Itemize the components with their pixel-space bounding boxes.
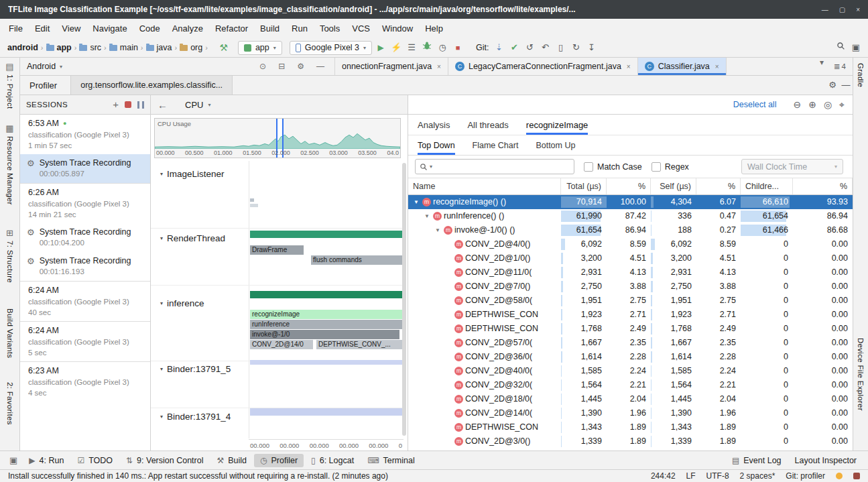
device-select[interactable]: Google Pixel 3 ▾	[290, 41, 372, 55]
menu-item[interactable]: View	[56, 23, 86, 34]
sidebar-item-device-file-explorer[interactable]: Device File Explorer	[853, 338, 868, 411]
column-total-pct[interactable]: %	[607, 178, 651, 194]
editor-tab[interactable]: C LegacyCameraConnectionFragment.java ×	[448, 58, 638, 75]
table-row[interactable]: m CONV_2D@3/0() 1,339 1.89 1,339 1.89 0 …	[408, 434, 853, 448]
profile-button[interactable]: ◷	[436, 41, 449, 54]
chevron-down-icon[interactable]: ▾	[160, 235, 163, 241]
table-row[interactable]: m CONV_2D@1/0() 3,200 4.51 3,200 4.51 0 …	[408, 251, 853, 265]
tab-options-icon[interactable]: ▾	[816, 58, 827, 75]
tool-window-profiler[interactable]: ◷Profiler	[254, 454, 304, 467]
tool-window-switcher-icon[interactable]: ▣	[5, 455, 21, 465]
status-message[interactable]: Install successfully finished in 140 ms.…	[8, 471, 388, 481]
git-rollback-button[interactable]: ↶	[539, 41, 552, 54]
chevron-down-icon[interactable]: ▾	[160, 414, 163, 420]
menu-item[interactable]: Edit	[29, 23, 56, 34]
table-row[interactable]: ▼ m invoke@-1/0() () 61,654 86.94 188 0.…	[408, 223, 853, 237]
table-row[interactable]: m CONV_2D@18/0( 1,445 2.04 1,445 2.04 0 …	[408, 392, 853, 406]
run-button[interactable]: ▶	[374, 41, 387, 54]
thread-activity-bar[interactable]	[250, 204, 258, 207]
device-manager-icon[interactable]: ▯	[554, 41, 568, 54]
recording-entry-selected[interactable]: ⚙ System Trace Recording 00:00:05.897	[20, 154, 150, 183]
tool-window-version-control[interactable]: ⇅9: Version Control	[120, 454, 209, 467]
tab-all-threads[interactable]: All threads	[467, 115, 508, 135]
session-entry[interactable]: 6:23 AM classification (Google Pixel 3) …	[20, 361, 150, 402]
status-indicator-yellow[interactable]	[836, 473, 843, 479]
menu-item[interactable]: Window	[376, 23, 419, 34]
sidebar-item-structure[interactable]: ⊞ 7: Structure	[0, 228, 19, 283]
thread-binder-4[interactable]: ▾Binder:13791_4	[160, 412, 231, 422]
sidebar-item-build-variants[interactable]: Build Variants	[0, 308, 19, 358]
debug-button[interactable]	[420, 41, 434, 54]
expander-icon[interactable]: ▼	[412, 195, 420, 209]
thread-image-listener[interactable]: ▾ImageListener	[160, 169, 225, 179]
profiler-type-select[interactable]: CPU ▾	[185, 100, 210, 110]
profiler-session-tab[interactable]: org.tensorflow.lite.examples.classific..…	[70, 76, 233, 95]
file-encoding[interactable]: UTF-8	[706, 471, 729, 481]
cpu-usage-chart[interactable]: CPU Usage 00.00000.50001.00001.50002.000…	[154, 118, 401, 158]
expander-icon[interactable]: ▼	[423, 209, 431, 223]
thread-render-thread[interactable]: ▾RenderThread	[160, 233, 225, 243]
trace-span-flush-commands[interactable]: flush commands	[311, 255, 402, 265]
menu-item[interactable]: Analyze	[166, 23, 209, 34]
breadcrumb-item[interactable]: app	[44, 43, 74, 52]
breadcrumb-item[interactable]: src	[77, 43, 103, 52]
close-window-icon[interactable]: ×	[856, 6, 860, 13]
chevron-down-icon[interactable]: ▾	[160, 171, 163, 177]
close-tab-icon[interactable]: ×	[715, 63, 719, 70]
column-children[interactable]: Childre...	[741, 178, 793, 194]
apply-changes-button[interactable]: ⚡	[389, 41, 403, 54]
indent-style[interactable]: 2 spaces*	[740, 471, 776, 481]
back-icon[interactable]: ←	[158, 99, 168, 111]
reset-zoom-icon[interactable]: ◎	[824, 99, 832, 110]
stop-button[interactable]: ■	[451, 41, 464, 54]
sidebar-item-resource-manager[interactable]: ▦ Resource Manager	[0, 123, 19, 205]
profiler-settings-icon[interactable]: ⚙	[826, 78, 839, 92]
editor-tab-selected[interactable]: C Classifier.java ×	[638, 58, 727, 75]
table-row[interactable]: m CONV_2D@36/0( 1,614 2.28 1,614 2.28 0 …	[408, 350, 853, 364]
regex-checkbox[interactable]: Regex	[652, 162, 689, 172]
thread-inference[interactable]: ▾inference	[160, 298, 204, 308]
expander-icon[interactable]: ▼	[434, 223, 442, 237]
tab-flame-chart[interactable]: Flame Chart	[473, 135, 519, 155]
chevron-down-icon[interactable]: ▾	[160, 366, 163, 372]
table-row[interactable]: m CONV_2D@40/0( 1,585 2.24 1,585 2.24 0 …	[408, 364, 853, 378]
trace-span-drawframe[interactable]: DrawFrame	[250, 245, 304, 255]
sync-project-icon[interactable]: ↻	[570, 41, 583, 54]
zoom-out-icon[interactable]: ⊖	[793, 99, 801, 110]
project-settings-icon[interactable]: ⚙	[294, 62, 308, 71]
search-everywhere-icon[interactable]	[834, 41, 847, 54]
table-row[interactable]: ▼ m runInference() () 61,990 87.42 336 0…	[408, 209, 853, 223]
close-tab-icon[interactable]: ×	[437, 63, 441, 70]
zoom-to-selection-icon[interactable]: ⌖	[839, 99, 845, 111]
git-history-button[interactable]: ↺	[523, 41, 537, 54]
git-update-button[interactable]: ⇣	[493, 41, 506, 54]
vertical-scrollbar[interactable]	[402, 163, 406, 436]
sidebar-item-project[interactable]: ▤ 1: Project	[0, 62, 19, 109]
tab-top-down[interactable]: Top Down	[418, 135, 455, 155]
table-row[interactable]: m DEPTHWISE_CON 1,768 2.49 1,768 2.49 0 …	[408, 322, 853, 336]
binder4-activity-bar[interactable]	[250, 408, 402, 416]
sdk-manager-icon[interactable]: ↧	[585, 41, 599, 54]
editor-tab[interactable]: onnectionFragment.java ×	[335, 58, 448, 75]
line-separator[interactable]: LF	[686, 471, 696, 481]
maximize-window-icon[interactable]: ▢	[839, 6, 845, 13]
zoom-in-icon[interactable]: ⊕	[808, 99, 816, 110]
run-dashboard-icon[interactable]: ☰	[405, 41, 418, 54]
status-indicator-red[interactable]	[853, 473, 860, 479]
locate-file-icon[interactable]: ⊙	[256, 62, 269, 71]
menu-item[interactable]: Help	[419, 23, 449, 34]
match-case-checkbox[interactable]: Match Case	[584, 162, 642, 172]
column-children-pct[interactable]: %	[793, 178, 853, 194]
session-entry[interactable]: 6:53 AM● classification (Google Pixel 3)…	[20, 115, 150, 154]
cursor-position[interactable]: 244:42	[651, 471, 676, 481]
tab-analysis[interactable]: Analysis	[418, 115, 450, 135]
layout-inspector-button[interactable]: Layout Inspector	[789, 454, 863, 467]
tool-window-run[interactable]: ▶4: Run	[23, 454, 70, 467]
tab-recognize-image[interactable]: recognizeImage	[526, 115, 588, 135]
trace-span-depthwise-conv[interactable]: DEPTHWISE_CONV_...	[316, 340, 402, 349]
table-row[interactable]: m CONV_2D@57/0( 1,667 2.35 1,667 2.35 0 …	[408, 336, 853, 350]
table-row[interactable]: m CONV_2D@58/0( 1,951 2.75 1,951 2.75 0 …	[408, 294, 853, 308]
window-layout-icon[interactable]: ▣	[849, 41, 863, 54]
tool-window-build[interactable]: ⚒Build	[210, 454, 253, 467]
menu-item[interactable]: VCS	[346, 23, 376, 34]
